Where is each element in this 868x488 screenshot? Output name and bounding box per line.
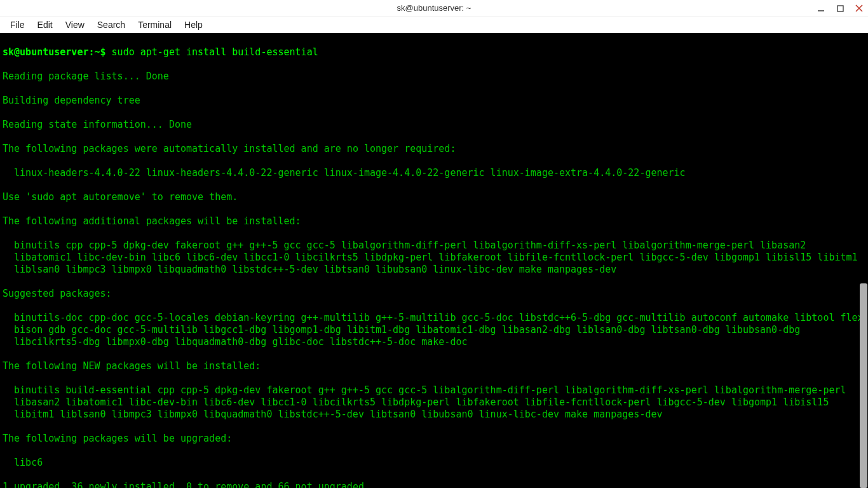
package-list: binutils build-essential cpp cpp-5 dpkg-… <box>14 384 865 421</box>
output-line: 1 upgraded, 36 newly installed, 0 to rem… <box>3 481 865 488</box>
menubar: File Edit View Search Terminal Help <box>0 17 868 33</box>
package-list: binutils cpp cpp-5 dpkg-dev fakeroot g++… <box>14 240 865 276</box>
output-line: Use 'sudo apt autoremove' to remove them… <box>3 191 865 203</box>
maximize-button[interactable] <box>835 3 845 13</box>
minimize-icon <box>817 4 825 12</box>
output-line: binutils-doc cpp-doc gcc-5-locales debia… <box>3 312 865 348</box>
window-controls <box>816 0 864 17</box>
svg-rect-1 <box>837 6 843 11</box>
prompt-path: ~ <box>95 46 100 58</box>
output-line: Building dependency tree <box>3 95 865 107</box>
window-title: sk@ubuntuserver: ~ <box>397 3 471 13</box>
output-line: The following NEW packages will be insta… <box>3 360 865 372</box>
minimize-button[interactable] <box>816 3 826 13</box>
menu-terminal[interactable]: Terminal <box>133 18 177 31</box>
package-list: libc6 <box>14 457 43 469</box>
scrollbar-thumb[interactable] <box>860 283 867 488</box>
close-button[interactable] <box>854 3 864 13</box>
output-line: libc6 <box>3 457 865 469</box>
prompt-symbol: $ <box>100 46 106 58</box>
prompt-user-host: sk@ubuntuserver <box>3 46 88 58</box>
output-line: binutils build-essential cpp cpp-5 dpkg-… <box>3 384 865 421</box>
menu-view[interactable]: View <box>60 18 90 31</box>
menu-edit[interactable]: Edit <box>32 18 58 31</box>
maximize-icon <box>837 5 844 12</box>
output-line: The following additional packages will b… <box>3 215 865 227</box>
menu-search[interactable]: Search <box>92 18 130 31</box>
prompt-line: sk@ubuntuserver:~$ sudo apt-get install … <box>3 46 865 58</box>
output-line: The following packages were automaticall… <box>3 143 865 155</box>
package-list: linux-headers-4.4.0-22 linux-headers-4.4… <box>14 167 686 179</box>
output-line: binutils cpp cpp-5 dpkg-dev fakeroot g++… <box>3 240 865 276</box>
output-line: Suggested packages: <box>3 288 865 300</box>
menu-file[interactable]: File <box>5 18 30 31</box>
output-line: The following packages will be upgraded: <box>3 433 865 445</box>
titlebar: sk@ubuntuserver: ~ <box>0 0 868 17</box>
menu-help[interactable]: Help <box>179 18 208 31</box>
terminal-viewport[interactable]: sk@ubuntuserver:~$ sudo apt-get install … <box>0 33 868 488</box>
close-icon <box>855 4 863 12</box>
output-line: Reading package lists... Done <box>3 71 865 83</box>
command-text: sudo apt-get install build-essential <box>112 46 318 58</box>
terminal-window: sk@ubuntuserver: ~ File Edit View Search… <box>0 0 868 488</box>
scrollbar[interactable] <box>859 33 868 488</box>
package-list: binutils-doc cpp-doc gcc-5-locales debia… <box>14 312 865 348</box>
output-line: Reading state information... Done <box>3 119 865 131</box>
output-line: linux-headers-4.4.0-22 linux-headers-4.4… <box>3 167 865 179</box>
